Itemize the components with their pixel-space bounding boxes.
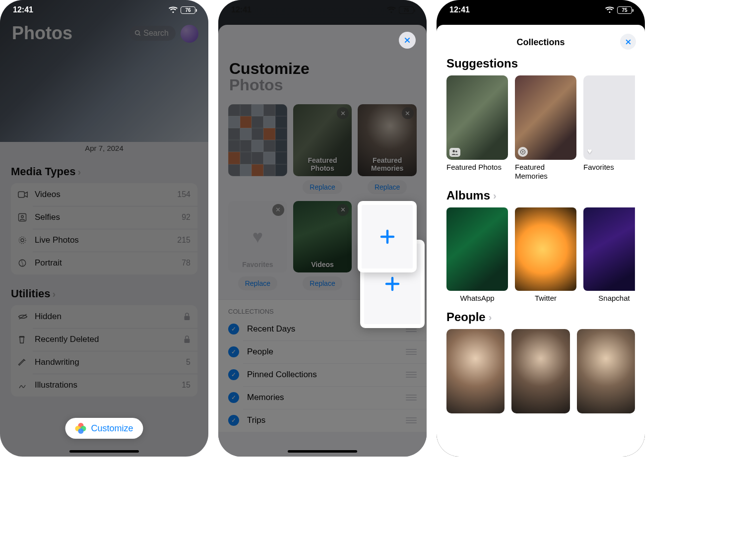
heart-icon: ♥ <box>587 147 592 156</box>
memories-badge-icon <box>518 147 528 157</box>
suggestion-featured-photos[interactable]: Featured Photos <box>446 75 508 181</box>
wifi-icon <box>169 6 178 13</box>
status-bar: 12:41 75 <box>437 0 645 20</box>
phone-3-collections: 12:41 75 Collections Suggestions <box>437 0 645 457</box>
plus-icon[interactable] <box>358 201 417 273</box>
svg-point-20 <box>455 151 457 153</box>
status-bar: 12:41 76 <box>218 0 427 20</box>
person-card[interactable] <box>446 329 504 413</box>
album-whatsapp[interactable]: WhatsApp <box>446 207 508 302</box>
suggestion-featured-memories[interactable]: Featured Memories <box>515 75 576 181</box>
dim-overlay <box>0 0 208 457</box>
battery-icon: 75 <box>617 6 632 14</box>
person-card[interactable] <box>577 329 635 413</box>
photos-app-icon <box>75 423 86 434</box>
status-time: 12:41 <box>13 5 33 14</box>
battery-icon: 76 <box>399 6 414 14</box>
phone-1-photos: Photos Search Apr 7, 2024 Media Types › … <box>0 0 208 457</box>
status-time: 12:41 <box>449 5 470 14</box>
people-header[interactable]: People› <box>446 310 635 324</box>
phone-2-customize: Customize Photos ✕ Featured Photos <box>218 0 427 457</box>
person-card[interactable] <box>511 329 569 413</box>
suggestion-favorites[interactable]: ♥ Favorites <box>583 75 635 181</box>
chevron-right-icon: › <box>489 312 492 323</box>
suggestions-header: Suggestions <box>446 57 635 70</box>
home-indicator[interactable] <box>69 450 139 453</box>
collections-sheet: Collections Suggestions Featured Photos <box>437 25 645 457</box>
people-badge-icon <box>449 148 460 157</box>
home-indicator[interactable] <box>288 450 357 453</box>
wifi-icon <box>387 6 396 13</box>
close-button[interactable] <box>399 32 416 49</box>
status-time: 12:41 <box>231 5 252 14</box>
chevron-right-icon: › <box>493 190 497 201</box>
albums-header[interactable]: Albums› <box>446 189 635 202</box>
svg-point-19 <box>452 150 455 152</box>
close-button[interactable] <box>620 34 636 50</box>
album-snapchat[interactable]: Snapchat <box>583 207 635 302</box>
battery-icon: 76 <box>181 6 195 14</box>
status-bar: 12:41 76 <box>0 0 208 20</box>
sheet-title: Collections <box>516 37 565 48</box>
wifi-icon <box>605 6 614 13</box>
customize-label: Customize <box>91 423 133 434</box>
customize-button[interactable]: Customize <box>65 418 143 439</box>
album-twitter[interactable]: Twitter <box>515 207 576 302</box>
